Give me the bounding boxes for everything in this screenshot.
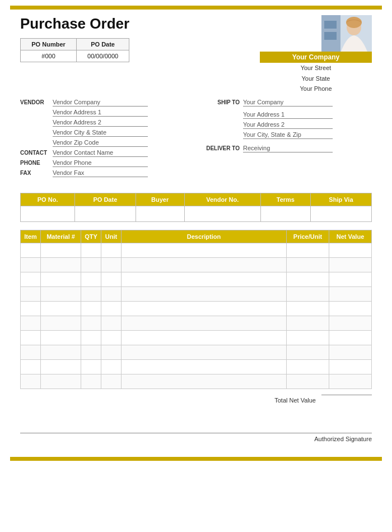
- items-cell-r6-c1: [41, 331, 81, 345]
- oi-header-podate: PO Date: [75, 193, 136, 206]
- items-cell-r7-c5: [287, 345, 329, 360]
- items-cell-r1-c5: [287, 258, 329, 272]
- items-cell-r2-c4: [122, 272, 287, 287]
- items-header-material: Material #: [41, 230, 81, 243]
- items-cell-r4-c6: [329, 302, 372, 316]
- items-cell-r9-c6: [329, 374, 372, 389]
- items-cell-r3-c1: [41, 287, 81, 302]
- items-header-price: Price/Unit: [287, 230, 329, 243]
- items-cell-r7-c3: [101, 345, 122, 360]
- oi-header-buyer: Buyer: [136, 193, 184, 206]
- oi-header-terms: Terms: [260, 193, 310, 206]
- items-cell-r2-c5: [287, 272, 329, 287]
- items-cell-r2-c6: [329, 272, 372, 287]
- oi-shipvia: [310, 206, 371, 222]
- oi-pono: [21, 206, 75, 222]
- vendor-address1: Vendor Address 1: [53, 109, 148, 117]
- items-cell-r8-c4: [122, 360, 287, 374]
- items-cell-r5-c1: [41, 316, 81, 331]
- vendor-citystate: Vendor City & State: [53, 129, 148, 137]
- bottom-yellow-bar: [10, 457, 382, 461]
- items-cell-r7-c1: [41, 345, 81, 360]
- total-row: Total Net Value: [20, 395, 372, 406]
- vendor-fax: Vendor Fax: [53, 169, 148, 177]
- vendor-company: Vendor Company: [53, 99, 148, 107]
- items-cell-r9-c1: [41, 374, 81, 389]
- items-cell-r8-c3: [101, 360, 122, 374]
- items-cell-r1-c2: [81, 258, 101, 272]
- ship-address2: Your Address 2: [243, 121, 333, 129]
- vendor-label: VENDOR: [20, 99, 49, 107]
- items-cell-r7-c6: [329, 345, 372, 360]
- items-cell-r5-c0: [21, 316, 41, 331]
- items-cell-r0-c4: [122, 243, 287, 258]
- ship-to-label: SHIP TO: [202, 99, 240, 107]
- ship-section: SHIP TO Your Company Your Address 1 Your…: [196, 99, 372, 179]
- items-header-qty: QTY: [81, 230, 101, 243]
- items-cell-r4-c4: [122, 302, 287, 316]
- items-table: Item Material # QTY Unit Description Pri…: [20, 230, 372, 389]
- signature-section: Authorized Signature: [20, 433, 372, 442]
- items-cell-r8-c1: [41, 360, 81, 374]
- po-number-header: PO Number: [21, 39, 77, 50]
- items-cell-r8-c2: [81, 360, 101, 374]
- vendor-zip-label: [20, 146, 49, 147]
- items-cell-r2-c3: [101, 272, 122, 287]
- items-header-desc: Description: [122, 230, 287, 243]
- items-cell-r9-c2: [81, 374, 101, 389]
- items-cell-r0-c0: [21, 243, 41, 258]
- oi-buyer: [136, 206, 184, 222]
- items-cell-r0-c2: [81, 243, 101, 258]
- ship-citystate-label: [202, 138, 240, 139]
- svg-point-3: [346, 17, 362, 28]
- items-cell-r2-c1: [41, 272, 81, 287]
- items-cell-r1-c1: [41, 258, 81, 272]
- vendor-phone: Vendor Phone: [53, 159, 148, 167]
- vendor-address2-label: [20, 126, 49, 127]
- items-cell-r4-c5: [287, 302, 329, 316]
- items-cell-r2-c0: [21, 272, 41, 287]
- items-cell-r5-c5: [287, 316, 329, 331]
- items-cell-r9-c5: [287, 374, 329, 389]
- items-cell-r8-c5: [287, 360, 329, 374]
- items-cell-r9-c4: [122, 374, 287, 389]
- company-state: Your State: [260, 73, 372, 84]
- top-yellow-bar: [10, 6, 382, 10]
- items-cell-r2-c2: [81, 272, 101, 287]
- items-cell-r0-c5: [287, 243, 329, 258]
- total-net-value-box: [321, 395, 372, 406]
- oi-header-shipvia: Ship Via: [310, 193, 371, 206]
- po-date-header: PO Date: [77, 39, 129, 50]
- svg-rect-5: [324, 21, 337, 29]
- items-cell-r3-c2: [81, 287, 101, 302]
- items-cell-r1-c3: [101, 258, 122, 272]
- items-cell-r5-c3: [101, 316, 122, 331]
- items-cell-r7-c2: [81, 345, 101, 360]
- items-cell-r9-c0: [21, 374, 41, 389]
- items-cell-r8-c6: [329, 360, 372, 374]
- order-info-table: PO No. PO Date Buyer Vendor No. Terms Sh…: [20, 193, 372, 222]
- company-info: Your Street Your State Your Phone: [260, 63, 372, 94]
- ship-citystate: Your City, State & Zip: [243, 131, 333, 139]
- po-date-value: 00/00/0000: [77, 50, 129, 62]
- items-cell-r5-c6: [329, 316, 372, 331]
- vendor-citystate-label: [20, 136, 49, 137]
- vendor-section: VENDOR Vendor Company Vendor Address 1 V…: [20, 99, 196, 179]
- oi-vendorno: [184, 206, 260, 222]
- ship-deliver: Receiving: [243, 145, 333, 152]
- items-cell-r6-c0: [21, 331, 41, 345]
- items-cell-r3-c0: [21, 287, 41, 302]
- company-photo: [321, 15, 372, 52]
- company-street: Your Street: [260, 63, 372, 73]
- items-cell-r4-c3: [101, 302, 122, 316]
- items-cell-r7-c4: [122, 345, 287, 360]
- svg-rect-6: [324, 32, 337, 40]
- items-header-netval: Net Value: [329, 230, 372, 243]
- contact-label: CONTACT: [20, 150, 49, 157]
- company-phone: Your Phone: [260, 84, 372, 94]
- items-header-item: Item: [21, 230, 41, 243]
- items-cell-r1-c6: [329, 258, 372, 272]
- items-cell-r3-c5: [287, 287, 329, 302]
- items-cell-r6-c4: [122, 331, 287, 345]
- items-cell-r1-c0: [21, 258, 41, 272]
